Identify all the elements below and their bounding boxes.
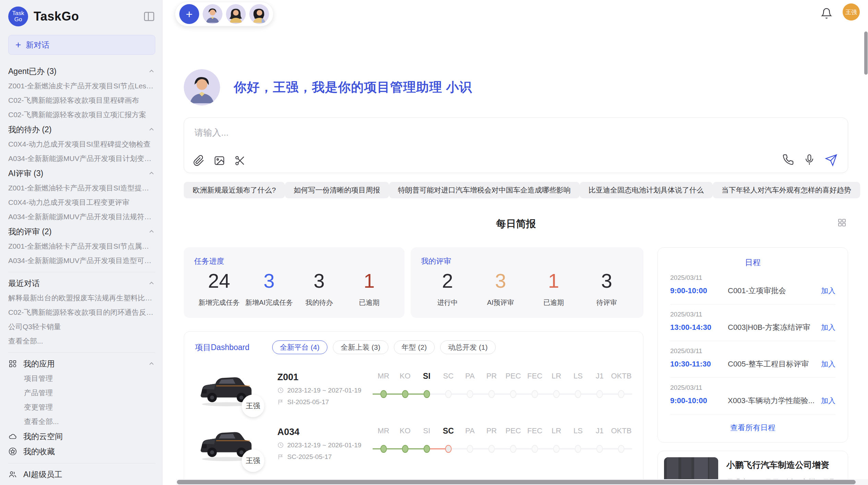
flag-icon xyxy=(277,399,284,405)
assistant-avatar xyxy=(184,69,220,105)
sidebar-task-item[interactable]: Z001-全新燃油轻卡产品开发项目SI节点属性5D文件评审 xyxy=(8,239,155,253)
join-meeting-link[interactable]: 加入 xyxy=(821,359,835,369)
recent-conversation-item[interactable]: 解释最新出台的欧盟报废车法规再生塑料比例被调至15%... xyxy=(8,291,155,305)
project-row[interactable]: 王强 Z001 2023-12-19 ~ 2027-01-19 SI-2025-… xyxy=(184,369,643,409)
sidebar-task-item[interactable]: A034-全新新能源MUV产品开发项目计划变更表编写 xyxy=(8,151,155,166)
milestone-dot xyxy=(488,445,495,453)
app-shortcut-item[interactable]: 查看全部... xyxy=(8,414,155,429)
logo-text-top: Task xyxy=(12,10,24,16)
user-avatar[interactable]: 王强 xyxy=(843,3,860,21)
app-shortcut-item[interactable]: 项目管理 xyxy=(8,371,155,386)
sidebar-item-label: 我的收藏 xyxy=(23,446,55,457)
suggestion-chip[interactable]: 比亚迪全固态电池计划具体说了什么 xyxy=(580,182,713,198)
join-meeting-link[interactable]: 加入 xyxy=(821,323,835,332)
sidebar-task-item[interactable]: C02-飞腾新能源轻客改款项目立项汇报方案 xyxy=(8,108,155,122)
notification-bell-icon[interactable] xyxy=(821,8,832,19)
stat-item: 3 我的待办 xyxy=(294,270,344,307)
recent-conversation-item[interactable]: 查看全部... xyxy=(8,334,155,348)
sidebar-item-cloud[interactable]: 我的云空间 xyxy=(8,429,155,444)
dashboard-filter-pill[interactable]: 全新平台 (4) xyxy=(272,340,328,354)
sidebar-group-header[interactable]: Agent已办 (3) xyxy=(8,64,155,79)
layout-grid-icon[interactable] xyxy=(837,218,847,227)
chevron-up-icon[interactable] xyxy=(148,279,155,287)
milestone-dot xyxy=(510,390,517,398)
paperclip-icon[interactable] xyxy=(193,155,205,166)
chevron-up-icon[interactable] xyxy=(148,126,155,133)
horizontal-scrollbar-thumb[interactable] xyxy=(177,480,856,484)
sidebar-task-item[interactable]: A034-全新新能源MUV产品开发项目造型可行性评审 xyxy=(8,253,155,268)
milestone-dot xyxy=(467,390,473,398)
view-all-schedule-link[interactable]: 查看所有日程 xyxy=(670,423,835,433)
chevron-up-icon[interactable] xyxy=(148,360,155,368)
suggestion-chip[interactable]: 如何写一份清晰的项目周报 xyxy=(285,182,389,198)
sidebar-group-header[interactable]: AI评审 (3) xyxy=(8,166,155,181)
recent-conversation-item[interactable]: 公司Q3轻卡销量 xyxy=(8,320,155,334)
send-icon[interactable] xyxy=(825,154,837,166)
milestone: SI xyxy=(416,371,437,407)
chat-input[interactable]: 请输入... xyxy=(194,127,837,139)
sidebar-group-header[interactable]: 我的评审 (2) xyxy=(8,224,155,239)
chevron-up-icon[interactable] xyxy=(148,67,155,75)
input-send-tools xyxy=(782,154,837,166)
suggestion-chip[interactable]: 当下年轻人对汽车外观有怎样的喜好趋势 xyxy=(713,182,860,198)
dashboard-filter-pill[interactable]: 动总开发 (1) xyxy=(440,340,496,354)
dashboard-filter-pill[interactable]: 全新上装 (3) xyxy=(333,340,388,354)
session-avatar-bar: + xyxy=(175,2,274,26)
avatar[interactable] xyxy=(203,4,222,24)
sidebar-task-item[interactable]: C0X4-动力总成开发项目SI里程碑提交物检查 xyxy=(8,137,155,151)
phone-icon[interactable] xyxy=(782,154,794,165)
project-row[interactable]: 王强 A034 2023-12-19 ~ 2026-01-19 SC-2025-… xyxy=(184,423,643,464)
app-shortcut-item[interactable]: 变更管理 xyxy=(8,400,155,414)
milestone-dot xyxy=(402,390,408,398)
sidebar-scroll: Agent已办 (3) Z001-全新燃油皮卡产品开发项目SI节点Lesson … xyxy=(8,64,155,485)
sidebar-item-star[interactable]: 我的收藏 xyxy=(8,444,155,459)
sidebar-task-item[interactable]: Z001-全新燃油轻卡产品开发项目SI造型提交物评审 xyxy=(8,181,155,195)
dashboard-filter-pill[interactable]: 年型 (2) xyxy=(394,340,435,354)
sidebar-group-recent[interactable]: 最近对话 xyxy=(8,276,155,291)
sidebar-group-header[interactable]: 我的待办 (2) xyxy=(8,122,155,137)
clock-icon xyxy=(277,387,284,394)
sidebar-task-item[interactable]: C0X4-动力总成开发项目工程变更评审 xyxy=(8,195,155,210)
sidebar-tool-item[interactable]: 帮我写作 xyxy=(8,482,155,485)
task-progress-title: 任务进度 xyxy=(194,256,394,266)
recent-title: 最近对话 xyxy=(8,278,40,289)
stats-row: 任务进度 24 新增完成任务 3 新增AI完成任务 3 我的待办 1 已逾期 我… xyxy=(184,247,643,318)
suggestion-chip[interactable]: 欧洲新规最近颁布了什么? xyxy=(184,182,285,198)
suggestion-chip[interactable]: 特朗普可能对进口汽车增税会对中国车企造成哪些影响 xyxy=(389,182,580,198)
milestone-label: PEC xyxy=(502,372,524,381)
add-session-button[interactable]: + xyxy=(179,4,199,24)
new-chat-button[interactable]: + 新对话 xyxy=(8,35,155,55)
chevron-up-icon[interactable] xyxy=(148,228,155,235)
project-info: A034 2023-12-19 ~ 2026-01-19 SC-2025-05-… xyxy=(277,427,369,461)
input-attach-tools xyxy=(193,155,246,166)
collapse-sidebar-icon[interactable] xyxy=(143,10,155,23)
scissors-icon[interactable] xyxy=(234,155,246,166)
sidebar-task-item[interactable]: Z001-全新燃油皮卡产品开发项目SI节点Lesson Learn报告 xyxy=(8,79,155,93)
avatar[interactable] xyxy=(249,4,269,24)
milestone-timeline: MR KO SI SC PA PR PEC FEC LR LS J1 OKTB xyxy=(373,371,632,407)
sidebar-tool-item[interactable]: AI超级员工 xyxy=(8,467,155,482)
milestone-label: KO xyxy=(394,426,416,435)
stat-value: 3 xyxy=(580,270,633,292)
microphone-icon[interactable] xyxy=(804,154,815,165)
milestone-dot xyxy=(553,445,560,453)
join-meeting-link[interactable]: 加入 xyxy=(821,396,835,406)
task-progress-card: 任务进度 24 新增完成任务 3 新增AI完成任务 3 我的待办 1 已逾期 xyxy=(184,247,405,318)
sidebar-task-item[interactable]: A034-全新新能源MUV产品开发项目法规符合性评审 xyxy=(8,210,155,224)
avatar[interactable] xyxy=(226,4,246,24)
project-dashboard-card: 项目Dashboard 全新平台 (4)全新上装 (3)年型 (2)动总开发 (… xyxy=(184,331,643,485)
vertical-scrollbar-thumb[interactable] xyxy=(864,32,868,75)
horizontal-scrollbar[interactable] xyxy=(176,479,868,485)
app-shortcut-item[interactable]: 产品管理 xyxy=(8,386,155,400)
milestone-label: SI xyxy=(416,372,437,381)
sidebar-group-title: 我的待办 (2) xyxy=(8,124,52,135)
milestone: MR xyxy=(373,426,394,461)
chevron-up-icon[interactable] xyxy=(148,170,155,177)
sidebar-item-my-apps[interactable]: 我的应用 xyxy=(8,356,155,371)
recent-conversation-item[interactable]: C02-飞腾新能源轻客改款项目的闭环通告反馈情况 xyxy=(8,305,155,320)
image-icon[interactable] xyxy=(214,155,225,166)
project-owner-avatar: 王强 xyxy=(242,395,264,417)
milestone: LS xyxy=(567,426,589,461)
join-meeting-link[interactable]: 加入 xyxy=(821,286,835,296)
sidebar-task-item[interactable]: C02-飞腾新能源轻客改款项目里程碑画布 xyxy=(8,93,155,108)
